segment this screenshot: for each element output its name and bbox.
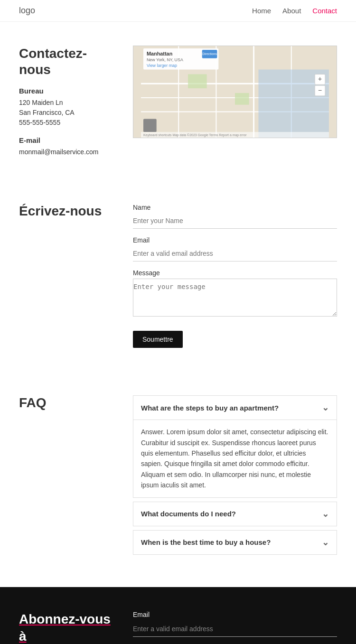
faq-item-3: When is the best time to buy a house? ⌄ <box>133 530 337 555</box>
faq-question-1[interactable]: What are the steps to buy an apartment? … <box>133 396 337 420</box>
chevron-down-icon-2: ⌄ <box>322 509 329 519</box>
chevron-down-icon-1: ⌄ <box>322 402 329 413</box>
svg-rect-10 <box>235 93 249 105</box>
form-section: Écrivez-nous Name Email Message Soumettr… <box>0 189 356 376</box>
faq-item-1: What are the steps to buy an apartment? … <box>133 395 337 497</box>
map-placeholder: Manhattan New York, NY, USA View larger … <box>133 46 337 138</box>
newsletter-email-input[interactable] <box>133 621 337 637</box>
submit-button[interactable]: Soumettre <box>133 331 183 348</box>
form-title: Écrivez-nous <box>19 204 114 348</box>
faq-items: What are the steps to buy an apartment? … <box>133 395 337 558</box>
svg-text:−: − <box>318 86 322 94</box>
email-label: Email <box>133 236 337 244</box>
faq-question-text-3: When is the best time to buy a house? <box>141 538 271 546</box>
svg-text:Manhattan: Manhattan <box>147 51 172 56</box>
svg-rect-21 <box>143 119 157 132</box>
bureau-address: 120 Maiden LnSan Francisco, CA555-555-55… <box>19 98 114 128</box>
faq-question-3[interactable]: When is the best time to buy a house? ⌄ <box>133 531 337 554</box>
navigation: logo Home About Contact <box>0 0 356 22</box>
faq-answer-1: Answer. Lorem ipsum dolor sit amet, cons… <box>133 420 337 497</box>
nav-home[interactable]: Home <box>252 7 271 15</box>
newsletter-section: Abonnez-vous à notre newsletter Email So… <box>0 587 356 644</box>
contact-heading: Contactez-nous <box>19 46 114 77</box>
email-label: E-mail <box>19 136 114 144</box>
newsletter-email-label: Email <box>133 611 337 618</box>
svg-text:+: + <box>318 75 322 83</box>
nav-contact[interactable]: Contact <box>312 7 337 15</box>
svg-text:Keyboard shortcuts  Map data ©: Keyboard shortcuts Map data ©2023 Google… <box>143 133 247 137</box>
faq-item-2: What documents do I need? ⌄ <box>133 502 337 526</box>
faq-question-2[interactable]: What documents do I need? ⌄ <box>133 502 337 526</box>
message-textarea[interactable] <box>133 279 337 317</box>
svg-text:New York, NY, USA: New York, NY, USA <box>147 57 183 62</box>
name-label: Name <box>133 204 337 211</box>
chevron-down-icon-3: ⌄ <box>322 537 329 548</box>
newsletter-form: Email Soumettre <box>133 611 337 644</box>
bureau-label: Bureau <box>19 87 114 95</box>
svg-text:Directions: Directions <box>202 52 217 56</box>
message-label: Message <box>133 269 337 277</box>
form-area: Name Email Message Soumettre <box>133 204 337 348</box>
faq-heading: FAQ <box>19 395 114 411</box>
faq-question-text-1: What are the steps to buy an apartment? <box>141 404 279 412</box>
faq-title: FAQ <box>19 395 114 558</box>
newsletter-text: Abonnez-vous à notre newsletter <box>19 611 114 644</box>
faq-question-text-2: What documents do I need? <box>141 510 236 518</box>
newsletter-heading-prefix: Abonnez-vous à <box>19 612 111 644</box>
message-field-group: Message <box>133 269 337 318</box>
contact-section: Contactez-nous Bureau 120 Maiden LnSan F… <box>0 22 356 189</box>
map-container: Manhattan New York, NY, USA View larger … <box>133 46 337 166</box>
nav-links: Home About Contact <box>252 7 337 15</box>
email-field-group: Email <box>133 236 337 261</box>
faq-section: FAQ What are the steps to buy an apartme… <box>0 376 356 587</box>
newsletter-heading: Abonnez-vous à notre newsletter <box>19 611 114 644</box>
logo: logo <box>19 6 35 16</box>
contact-info: Contactez-nous Bureau 120 Maiden LnSan F… <box>19 46 114 166</box>
nav-about[interactable]: About <box>282 7 301 15</box>
svg-rect-9 <box>188 74 207 88</box>
name-input[interactable] <box>133 213 337 229</box>
form-heading: Écrivez-nous <box>19 204 114 219</box>
email-input[interactable] <box>133 246 337 261</box>
name-field-group: Name <box>133 204 337 229</box>
email-value: monmail@mailservice.com <box>19 147 114 157</box>
svg-text:View larger map: View larger map <box>147 63 177 68</box>
